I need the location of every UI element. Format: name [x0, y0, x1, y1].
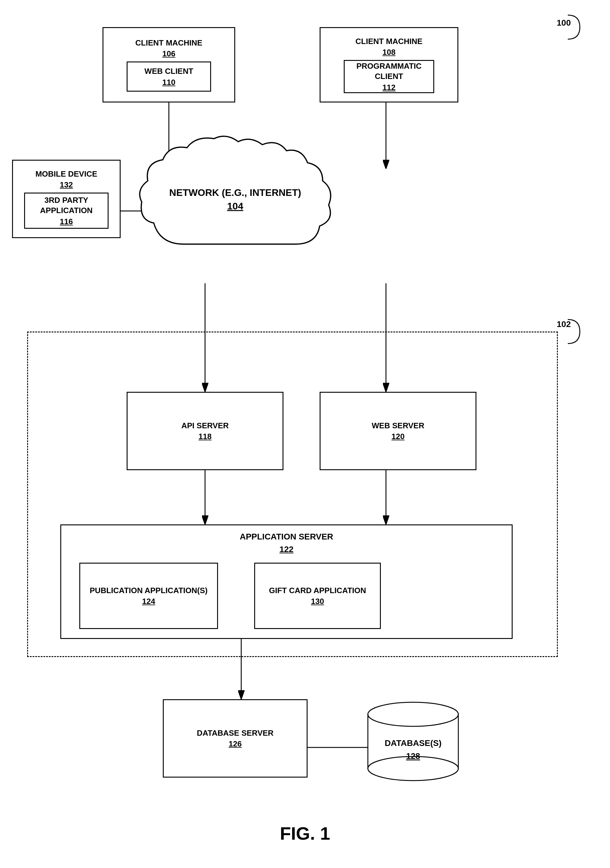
ref-100-bracket [550, 12, 586, 48]
application-server-122: APPLICATION SERVER 122 PUBLICATION APPLI… [60, 524, 512, 639]
ref-102-bracket [550, 316, 586, 353]
mobile-device-132: MOBILE DEVICE 132 3RD PARTY APPLICATION … [12, 160, 121, 238]
database-server-126: DATABASE SERVER 126 [163, 699, 307, 778]
programmatic-client-112: PROGRAMMATIC CLIENT 112 [344, 60, 434, 93]
client-machine-108: CLIENT MACHINE 108 PROGRAMMATIC CLIENT 1… [320, 27, 458, 102]
diagram: 100 102 CLIENT MACHINE 106 WEB CLIENT 11… [0, 0, 610, 868]
svg-text:128: 128 [406, 751, 420, 761]
client-machine-106: CLIENT MACHINE 106 WEB CLIENT 110 [102, 27, 235, 102]
gift-card-app-130: GIFT CARD APPLICATION 130 [254, 563, 381, 629]
api-server-118: API SERVER 118 [127, 392, 283, 470]
web-client-110: WEB CLIENT 110 [127, 62, 211, 91]
web-server-120: WEB SERVER 120 [320, 392, 477, 470]
svg-point-14 [368, 702, 458, 726]
network-cloud: NETWORK (E.G., INTERNET) 104 [130, 130, 341, 286]
publication-app-124: PUBLICATION APPLICATION(S) 124 [79, 563, 218, 629]
svg-text:NETWORK (E.G., INTERNET): NETWORK (E.G., INTERNET) [169, 187, 301, 198]
third-party-app-116: 3RD PARTY APPLICATION 116 [24, 192, 109, 229]
svg-text:DATABASE(S): DATABASE(S) [385, 738, 442, 748]
figure-label: FIG. 1 [0, 823, 610, 844]
svg-text:104: 104 [227, 201, 243, 212]
databases-128: DATABASE(S) 128 [362, 693, 464, 790]
